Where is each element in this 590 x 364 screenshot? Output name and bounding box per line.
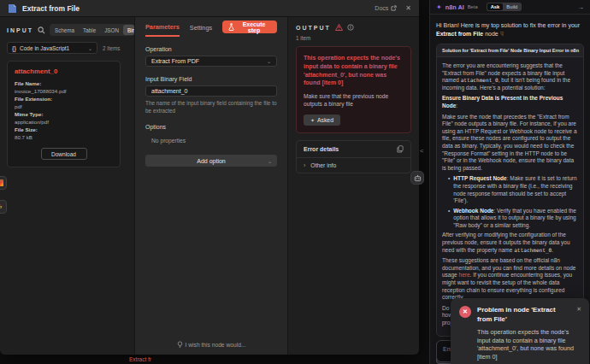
chevron-down-icon: ⌄ [267,58,271,64]
assistant-button[interactable] [410,171,424,185]
solution-paragraph: Ensure Binary Data is Present in the Pre… [442,95,578,109]
ai-beta-badge: Beta [468,4,478,9]
input-node-selector: ϟ [0,176,7,214]
input-tab-json[interactable]: JSON [100,25,123,35]
input-panel-label: INPUT [7,27,33,33]
binary-field-value: 80.7 kB [15,134,113,142]
error-details-title: Error details [304,146,339,152]
input-tab-binary[interactable]: Binary [123,25,134,35]
binary-field-label: File Name: [15,80,113,88]
n8n-app: { "colors": { "accent": "#ea5b49", "erro… [0,0,590,364]
solution-body: The error you are encountering suggests … [437,57,583,336]
bullet-icon: • [448,175,450,204]
canvas-node-label: Extract fr [129,356,151,362]
ai-panel-header: ✦ n8n AI Beta Ask Build → [430,0,590,15]
ai-brand: n8n AI [445,3,464,11]
extract-from-file-node-icon [8,3,17,14]
execute-step-button[interactable]: Execute step [222,21,277,33]
toast-body: This operation expects the node's input … [477,328,581,361]
binary-field-hint: The name of the input binary field conta… [145,100,277,114]
solution-title: Solution for 'Extract from File' Node Bi… [437,44,583,57]
asked-button[interactable]: ✦ Asked [304,114,340,126]
chevron-down-icon: ⌄ [88,45,92,51]
error-details-box: Error details › Other info [296,140,411,173]
solution-bullet: •Webhook Node: Verify that you have enab… [448,208,578,230]
search-icon[interactable] [38,26,45,34]
point-down-icon: ☟ [500,31,504,37]
parameters-panel: Parameters Settings Execute step Operati… [134,17,288,355]
ai-sparkle-icon: ✦ [436,3,442,11]
error-circle-icon: ✕ [459,306,471,318]
input-source-select[interactable]: {} Code in JavaScript1 ⌄ [7,42,97,54]
binary-field-label: Input Binary Field [145,76,277,82]
lightbulb-icon [177,341,183,349]
warning-triangle-icon [335,24,343,31]
docs-link[interactable]: Docs [375,5,397,11]
error-toast: ✕ Problem in node 'Extract from File' ✕ … [451,298,589,364]
info-icon[interactable] [347,24,354,31]
solution-card: Solution for 'Extract from File' Node Bi… [436,44,584,337]
ai-mode-build[interactable]: Build [503,3,521,10]
tab-parameters[interactable]: Parameters [145,17,180,37]
close-icon[interactable]: ✕ [405,4,411,12]
add-option-button[interactable]: Add option ⌄ [145,155,277,167]
input-tab-schema[interactable]: Schema [50,25,79,35]
toast-title: Problem in node 'Extract from File' [477,306,581,324]
collapse-panel-icon[interactable]: → [577,3,584,11]
error-message-box: This operation expects the node's input … [296,46,411,133]
bullet-icon: • [448,208,450,230]
mini-node-button[interactable]: ϟ [0,200,7,214]
node-detail-view: Extract from File Docs ✕ INPUT SchemaTab… [0,0,419,355]
gmail-node-icon [0,179,3,186]
binary-field-input[interactable]: attachment_0 [145,85,277,97]
flask-icon [228,23,234,31]
error-hint: Make sure that the previous node outputs… [304,92,404,108]
tab-settings[interactable]: Settings [190,18,212,36]
operation-select[interactable]: Extract From PDF ⌄ [145,56,277,67]
options-label: Options [145,124,277,130]
binary-key: attachment_0 [15,68,113,75]
binary-field-label: File Extension: [15,96,113,103]
robot-icon [414,174,422,182]
external-link-icon [391,5,397,11]
sparkle-icon: ✦ [310,117,315,123]
ndv-header: Extract from File Docs ✕ [0,0,419,17]
chevron-down-icon: ⌄ [268,158,272,164]
binary-field-label: Mime Type: [15,111,113,119]
binary-field-value: pdf [15,103,113,111]
code-node-icon: {} [12,45,16,51]
binary-field-label: File Size: [15,126,113,134]
binary-field-value: application/pdf [15,119,113,126]
operation-label: Operation [145,46,277,52]
output-panel-label: OUTPUT [296,25,331,31]
solution-paragraph: Make sure the node that precedes the "Ex… [442,114,578,173]
binary-data-card: attachment_0 File Name:invoice_17088034.… [7,61,121,167]
chevron-right-icon: › [304,162,305,168]
input-display-mode-tabs: SchemaTableJSONBinary [50,24,134,36]
output-panel: OUTPUT 1 item This operation expects the… [288,17,419,355]
ai-mode-ask[interactable]: Ask [487,3,504,10]
input-panel: INPUT SchemaTableJSONBinary {} Code in J… [0,17,134,355]
toast-close-icon[interactable]: ✕ [576,306,581,313]
docs-here-link[interactable]: here [459,272,470,278]
input-tab-table[interactable]: Table [79,25,100,35]
input-items-count: 2 items [103,45,120,51]
binary-field-value: invoice_17088034.pdf [15,88,113,96]
download-button[interactable]: Download [41,148,87,160]
output-items-count: 1 item [296,35,411,41]
solution-paragraph: These suggestions are based on the offic… [442,257,578,302]
copy-icon[interactable] [397,145,404,153]
mini-node-button[interactable] [0,176,7,190]
trigger-node-icon: ϟ [0,203,2,210]
canvas-chevron-icon: < [420,147,424,155]
error-message: This operation expects the node's input … [304,54,404,87]
other-info-toggle[interactable]: › Other info [297,157,410,173]
options-empty-text: No properties [151,138,277,144]
node-title: Extract from File [22,4,80,13]
solution-bullet: •HTTP Request Node: Make sure it is set … [448,175,578,204]
ai-mode-toggle: Ask Build [487,3,522,11]
solution-paragraph: After verifying or modifying the configu… [442,232,578,254]
node-wish-link[interactable]: I wish this node would... [135,341,287,349]
ai-greeting: Hi Brian! Here is my top solution to fix… [436,21,584,38]
solution-paragraph: The error you are encountering suggests … [442,62,578,91]
